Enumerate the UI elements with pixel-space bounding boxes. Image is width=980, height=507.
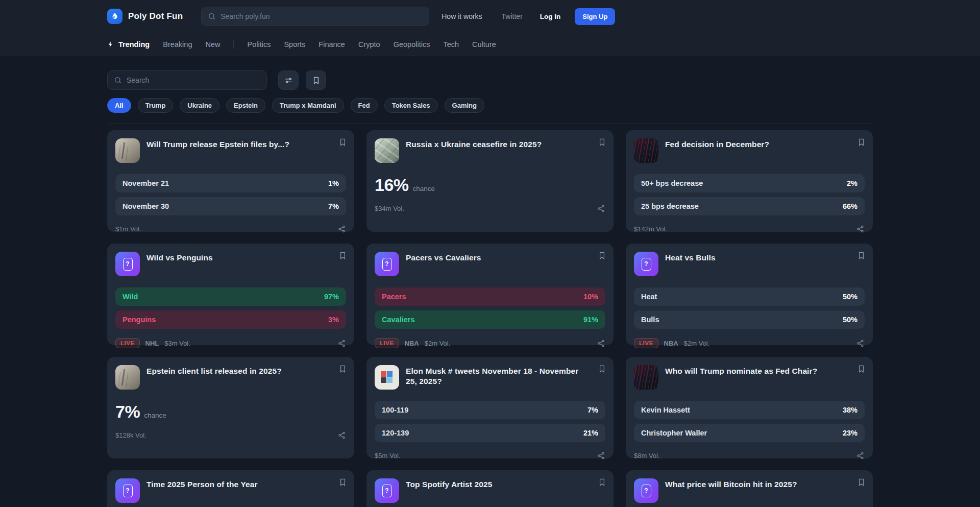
chance-display: 7% chance (115, 402, 346, 422)
volume-label: $128k Vol. (115, 431, 146, 439)
option-value: 1% (328, 179, 339, 187)
chip-all[interactable]: All (107, 98, 131, 113)
market-thumbnail: ? (634, 478, 658, 503)
volume-label: $142m Vol. (634, 225, 667, 233)
market-option[interactable]: November 307% (115, 197, 346, 215)
header-search-input[interactable] (220, 12, 423, 20)
question-mark-glyph: ? (123, 485, 133, 497)
bookmark-icon[interactable] (857, 477, 866, 487)
market-card[interactable]: ? Top Spotify Artist 2025 (366, 470, 614, 507)
tab-breaking[interactable]: Breaking (163, 40, 192, 49)
tab-tech[interactable]: Tech (443, 40, 459, 49)
bookmark-icon[interactable] (857, 364, 866, 374)
tab-sports[interactable]: Sports (284, 40, 305, 49)
market-option[interactable]: 50+ bps decrease2% (634, 174, 865, 192)
market-option[interactable]: Christopher Waller23% (634, 424, 865, 442)
option-label: Christopher Waller (641, 429, 707, 437)
card-footer: $5m Vol. (375, 451, 605, 460)
bookmark-icon[interactable] (598, 137, 606, 147)
how-it-works-link[interactable]: How it works (442, 12, 482, 20)
search-icon (208, 12, 216, 20)
market-card[interactable]: ? Russia x Ukraine ceasefire in 2025? 16… (366, 130, 614, 232)
bookmark-icon[interactable] (598, 251, 606, 260)
brand-name[interactable]: Poly Dot Fun (128, 11, 183, 21)
share-icon[interactable] (856, 451, 865, 460)
brand-logo-icon[interactable] (107, 9, 122, 24)
market-option[interactable]: Wild97% (115, 287, 346, 306)
market-thumbnail: ? (115, 478, 140, 503)
tab-new[interactable]: New (205, 40, 220, 49)
tab-trending[interactable]: Trending (107, 40, 150, 49)
share-icon[interactable] (856, 225, 865, 233)
market-card[interactable]: ? What price will Bitcoin hit in 2025? (626, 470, 873, 507)
share-icon[interactable] (337, 431, 346, 440)
market-thumbnail: ? (375, 478, 399, 503)
tab-culture[interactable]: Culture (472, 40, 496, 49)
league-label: NBA (664, 340, 678, 347)
filter-settings-button[interactable] (278, 70, 299, 90)
bookmark-icon[interactable] (598, 364, 606, 374)
chip-trump-x-mamdani[interactable]: Trump x Mamdani (272, 98, 344, 113)
share-icon[interactable] (856, 339, 865, 348)
share-icon[interactable] (597, 451, 605, 460)
header-search[interactable] (201, 7, 429, 26)
saved-markets-button[interactable] (306, 70, 326, 90)
water-drop-icon (110, 12, 119, 21)
market-option[interactable]: 120-13921% (375, 424, 605, 442)
market-search-input[interactable] (127, 76, 260, 84)
market-option[interactable]: November 211% (115, 174, 346, 192)
sign-up-button[interactable]: Sign Up (575, 8, 615, 25)
tab-crypto[interactable]: Crypto (358, 40, 380, 49)
outcome-options: November 211%November 307% (115, 174, 346, 215)
market-option[interactable]: Pacers10% (375, 287, 605, 306)
market-option[interactable]: Bulls50% (634, 310, 865, 329)
bookmark-icon[interactable] (338, 251, 347, 260)
card-footer: $1m Vol. (115, 225, 346, 233)
market-card[interactable]: ? Epstein client list released in 2025? … (107, 357, 354, 458)
market-card[interactable]: ? Will Trump release Epstein files by...… (107, 130, 354, 232)
chip-ukraine[interactable]: Ukraine (180, 98, 219, 113)
twitter-link[interactable]: Twitter (502, 12, 523, 20)
market-title: Time 2025 Person of the Year (146, 479, 331, 490)
market-option[interactable]: 25 bps decrease66% (634, 197, 865, 215)
bookmark-icon[interactable] (857, 251, 866, 260)
market-card[interactable]: ? Heat vs Bulls Heat50%Bulls50% LIVE NBA… (626, 244, 873, 345)
market-card[interactable]: ? Time 2025 Person of the Year (107, 470, 354, 507)
market-option[interactable]: Kevin Hassett38% (634, 401, 865, 419)
bookmark-icon[interactable] (598, 477, 606, 487)
share-icon[interactable] (597, 204, 605, 213)
market-search[interactable] (107, 70, 267, 90)
market-card[interactable]: ? Fed decision in December? 50+ bps decr… (626, 130, 873, 232)
market-card[interactable]: ? Wild vs Penguins Wild97%Penguins3% LIV… (107, 244, 354, 345)
bookmark-icon[interactable] (338, 364, 347, 374)
outcome-options: 100-1197%120-13921% (375, 401, 605, 442)
chip-trump[interactable]: Trump (138, 98, 174, 113)
tab-finance[interactable]: Finance (318, 40, 345, 49)
bookmark-icon[interactable] (857, 137, 866, 147)
share-icon[interactable] (337, 339, 346, 348)
tab-geopolitics[interactable]: Geopolitics (394, 40, 430, 49)
question-mark-glyph: ? (123, 258, 133, 271)
chip-gaming[interactable]: Gaming (445, 98, 484, 113)
market-option[interactable]: Heat50% (634, 287, 865, 306)
market-card[interactable]: ? Pacers vs Cavaliers Pacers10%Cavaliers… (366, 244, 614, 345)
search-icon (114, 76, 122, 84)
chip-token-sales[interactable]: Token Sales (384, 98, 438, 113)
market-option[interactable]: Penguins3% (115, 310, 346, 329)
tab-politics[interactable]: Politics (247, 40, 271, 49)
chip-epstein[interactable]: Epstein (226, 98, 265, 113)
log-in-button[interactable]: Log In (540, 13, 561, 20)
chance-label: chance (144, 412, 166, 419)
share-icon[interactable] (597, 339, 605, 348)
option-value: 38% (843, 406, 857, 414)
bookmark-icon[interactable] (338, 137, 347, 147)
market-option[interactable]: Cavaliers91% (375, 310, 605, 329)
chip-fed[interactable]: Fed (351, 98, 378, 113)
market-card[interactable]: ? Elon Musk # tweets November 18 - Novem… (366, 357, 614, 458)
volume-label: $34m Vol. (375, 205, 404, 212)
market-card[interactable]: ? Who will Trump nominate as Fed Chair? … (626, 357, 873, 458)
option-value: 23% (843, 429, 857, 437)
market-option[interactable]: 100-1197% (375, 401, 605, 419)
bookmark-icon[interactable] (338, 477, 347, 487)
share-icon[interactable] (337, 225, 346, 233)
